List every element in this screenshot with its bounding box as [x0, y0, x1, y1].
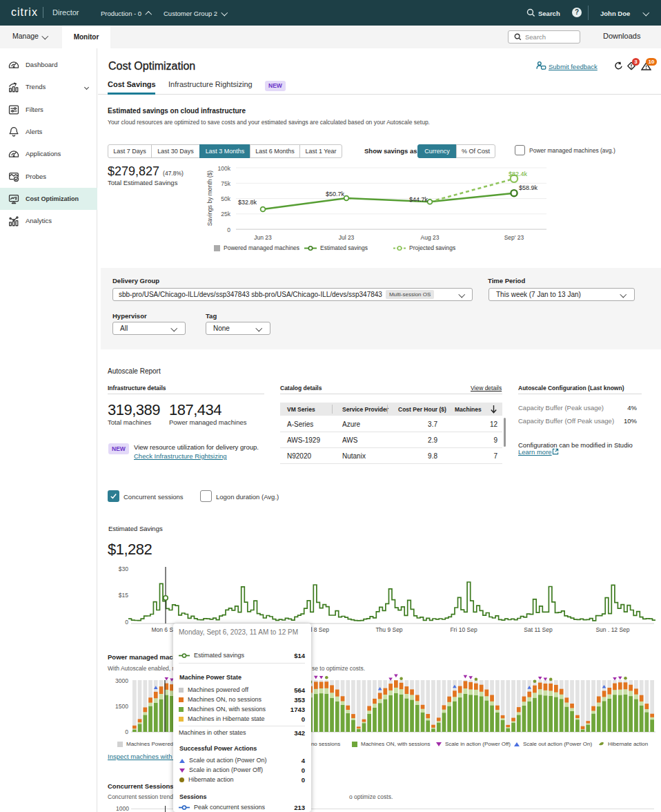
svg-text:1500: 1500 [115, 703, 128, 710]
svg-text:Sep' 23: Sep' 23 [504, 234, 524, 241]
svg-text:$44.7k: $44.7k [409, 196, 428, 203]
svg-text:$30: $30 [119, 566, 128, 572]
svg-text:$82.4k: $82.4k [509, 171, 528, 177]
svg-text:Sat 11 Sep: Sat 11 Sep [524, 626, 553, 633]
svg-text:Sun . 12 Sep: Sun . 12 Sep [595, 626, 629, 633]
svg-text:Thu 9 Sep: Thu 9 Sep [375, 626, 402, 633]
svg-text:0: 0 [125, 619, 128, 626]
svg-text:$32.8k: $32.8k [238, 199, 257, 206]
svg-text:25k: 25k [221, 211, 230, 218]
svg-text:$15: $15 [119, 592, 128, 599]
svg-text:75k: 75k [221, 180, 230, 187]
svg-text:100k: 100k [218, 165, 231, 172]
svg-text:Jul 23: Jul 23 [339, 234, 355, 241]
svg-text:Jun 23: Jun 23 [254, 234, 272, 241]
svg-text:Fri 10 Sep: Fri 10 Sep [450, 626, 477, 633]
svg-text:Aug 23: Aug 23 [421, 234, 440, 241]
svg-text:3000: 3000 [115, 677, 128, 684]
svg-text:50k: 50k [221, 195, 230, 202]
svg-text:0: 0 [125, 728, 128, 735]
svg-text:Savings by month ($): Savings by month ($) [206, 171, 213, 226]
svg-text:$58.9k: $58.9k [519, 184, 538, 191]
svg-text:0: 0 [227, 226, 230, 233]
svg-text:$50.7k: $50.7k [326, 191, 345, 197]
